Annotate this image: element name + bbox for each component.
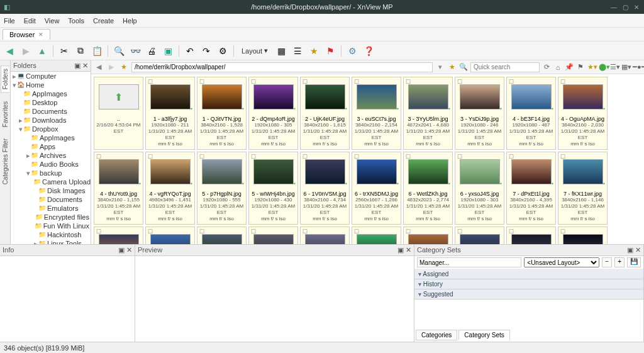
favorite-icon[interactable]: ★ <box>119 63 129 71</box>
thumbnail-item[interactable]: ☐▪4 - OguApMA.jpg3840x2160 - 2,0301/31/2… <box>558 77 608 150</box>
refresh-icon[interactable]: ⟳ <box>542 63 551 71</box>
thumbnail-item[interactable]: ☐▪8 - 3PWMIlY.jpg1920x1080 - 112mm f/ s … <box>145 227 195 244</box>
view-icon[interactable]: ▦▾ <box>621 63 630 71</box>
thumbnail-item[interactable]: ☐▪6 - WetlZKh.jpg4832x2023 - 2,7741/31/2… <box>403 152 453 225</box>
save-button[interactable]: 💾 <box>627 257 641 267</box>
rating-icon[interactable]: ★▾ <box>587 63 596 71</box>
paste-icon[interactable]: 📋 <box>91 45 103 57</box>
side-tab-folders[interactable]: Folders <box>1 65 9 92</box>
star-filter-icon[interactable]: ★ <box>448 63 457 71</box>
home-icon[interactable]: ⌂ <box>553 64 562 71</box>
forward-icon[interactable]: ▶ <box>20 45 31 57</box>
tree-node[interactable]: ▾🏠Home <box>11 81 91 89</box>
thumbnail-item[interactable]: ☐▪6 - 1V0nVSM.jpg3840x2160 - 4,7341/31/2… <box>300 152 350 225</box>
tree-node[interactable]: 📁Documents <box>11 107 91 116</box>
filter-icon[interactable]: ⚑ <box>576 63 585 71</box>
tree-node[interactable]: 📁Emulators <box>11 204 91 213</box>
thumbnail-item[interactable]: ☐▪2 - UjK4eUF.jpg3840x2160 - 1,6151/31/2… <box>300 77 350 150</box>
panel-controls-icon[interactable]: ▣ ✕ <box>397 246 411 254</box>
tree-node[interactable]: 📁AppImages <box>11 89 91 98</box>
thumbnail-grid[interactable]: ⬆..2/16/20 4:53:04 PM EST☐▪1 - a3lfjy7.j… <box>91 74 644 244</box>
side-tab-favorites[interactable]: Favorites <box>1 99 9 130</box>
tree-node[interactable]: 📁Hackintosh <box>11 230 91 239</box>
menu-file[interactable]: File <box>4 17 15 25</box>
thumbnail-item[interactable]: ☐▪9 - qq9B2eZ.jpg1920x1080 - 394mm f/ s … <box>300 227 350 244</box>
tree-node[interactable]: 📁Fun With Linux <box>11 221 91 230</box>
remove-button[interactable]: − <box>602 257 612 267</box>
panel-controls-icon[interactable]: ▣ ✕ <box>74 62 88 70</box>
thumbnail-item[interactable]: ☐▪1 - QJitVTN.jpg3840x2160 - 1,5281/31/2… <box>197 77 247 150</box>
tree-node[interactable]: ▸📁Archives <box>11 151 91 160</box>
thumbnail-item[interactable]: ☐▪10 - MnbOHUV.jpg3840x2160 - 810mm f/ s… <box>352 227 401 244</box>
thumbnail-item[interactable]: ☐▪11 - uce3X46.jpgmm f/ s iso <box>506 227 556 244</box>
tree-node[interactable]: ▾📁Dropbox <box>11 125 91 133</box>
thumbnail-item[interactable]: ☐▪12 - B9BwU02.jpgmm f/ s iso <box>558 227 608 244</box>
thumbnail-item[interactable]: ☐▪4 - vgRYQoT.jpg4980x3496 - 1,4511/31/2… <box>145 152 195 225</box>
path-input[interactable] <box>131 62 433 72</box>
app-menu-icon[interactable]: ◧ <box>4 3 10 11</box>
folder-tree[interactable]: ▸💻Computer▾🏠Home 📁AppImages 📁Desktop 📁Do… <box>11 72 91 244</box>
thumbnail-item[interactable]: ☐▪6 - trXN5DMJ.jpg2560x1667 - 1,2861/31/… <box>352 152 401 225</box>
tree-node[interactable]: 📁Encrypted files <box>11 213 91 221</box>
thumbnail-item[interactable]: ☐▪7 - rBkYhVN.jpg3840x2160 - 726mm f/ s … <box>94 227 143 244</box>
rotate-left-icon[interactable]: ↶ <box>184 45 196 57</box>
menu-view[interactable]: View <box>45 17 60 25</box>
details-icon[interactable]: ☰ <box>292 45 303 57</box>
thumbnails-icon[interactable]: ▦ <box>275 45 287 57</box>
back-icon[interactable]: ◀ <box>4 45 15 57</box>
tree-node[interactable]: ▸💻Computer <box>11 72 91 81</box>
tree-node[interactable]: 📁Desktop <box>11 98 91 107</box>
thumbnail-item[interactable]: ☐▪7 - fKX11wr.jpg3840x2160 - 1,1461/31/2… <box>558 152 608 225</box>
section-history[interactable]: History <box>414 279 643 289</box>
side-tab-categories-filter[interactable]: Categories Filter <box>1 136 9 187</box>
thumbnail-item[interactable]: ☐▪5 - p7HgplN.jpg1920x1080 - 5551/31/20 … <box>197 152 247 225</box>
convert-icon[interactable]: ⚙ <box>217 45 228 57</box>
help-icon[interactable]: ❓ <box>363 45 374 57</box>
menu-help[interactable]: Help <box>123 17 137 25</box>
parent-dir-thumb[interactable]: ⬆..2/16/20 4:53:04 PM EST <box>94 77 143 150</box>
tag-icon[interactable]: ⚑ <box>325 45 336 57</box>
sort-icon[interactable]: ☰▾ <box>610 63 619 71</box>
path-back-icon[interactable]: ◀ <box>94 63 104 71</box>
menu-tools[interactable]: Tools <box>68 17 84 25</box>
print-icon[interactable]: 🖨 <box>146 45 157 57</box>
slider-icon[interactable]: ━●━ <box>633 63 641 71</box>
up-icon[interactable]: ▲ <box>36 45 48 57</box>
layout-select[interactable]: <Unsaved Layout> <box>524 257 599 267</box>
minimize-icon[interactable]: — <box>610 3 618 11</box>
zoom-icon[interactable]: 🔍 <box>113 45 125 57</box>
panel-controls-icon[interactable]: ▣ ✕ <box>118 246 132 254</box>
search-icon[interactable]: 🔍 <box>459 63 468 71</box>
tree-node[interactable]: 📁Audio Books <box>11 160 91 169</box>
rotate-right-icon[interactable]: ↷ <box>201 45 212 57</box>
path-forward-icon[interactable]: ▶ <box>106 63 116 71</box>
binoculars-icon[interactable]: 👓 <box>130 45 141 57</box>
menu-edit[interactable]: Edit <box>24 17 36 25</box>
tab-categories[interactable]: Categories <box>416 330 457 340</box>
thumbnail-item[interactable]: ☐▪5 - wIWHj4bn.jpg1920x1080 - 4301/31/20… <box>248 152 298 225</box>
thumbnail-item[interactable]: ☐▪3 - 3YyU5lm.jpg4872x2041 - 4,6801/31/2… <box>403 77 453 150</box>
manager-input[interactable] <box>417 257 521 267</box>
settings-icon[interactable]: ⚙ <box>347 45 358 57</box>
tree-node[interactable]: ▸📁Downloads <box>11 116 91 125</box>
tree-node[interactable]: ▸📁Linux Tools <box>11 239 91 244</box>
thumbnail-item[interactable]: ☐▪9 - GAjTwoj.jpg1920x1080 - 321mm f/ s … <box>248 227 298 244</box>
tab-browser[interactable]: Browser ✕ <box>3 29 50 40</box>
tree-node[interactable]: 📁Documents <box>11 195 91 204</box>
close-tab-icon[interactable]: ✕ <box>38 31 43 38</box>
tree-node[interactable]: 📁Apps <box>11 142 91 151</box>
copy-icon[interactable]: ⧉ <box>75 45 86 57</box>
star-icon[interactable]: ★ <box>308 45 319 57</box>
thumbnail-item[interactable]: ☐▪10 - ZZOuSo4.jpg1920x1080 - 341mm f/ s… <box>403 227 453 244</box>
cut-icon[interactable]: ✂ <box>58 45 70 57</box>
tree-node[interactable]: 📁Disk Images <box>11 186 91 195</box>
close-icon[interactable]: ✕ <box>633 3 640 11</box>
thumbnail-item[interactable]: ☐▪4 - thUYot9.jpg3840x2160 - 1,1551/31/2… <box>94 152 143 225</box>
panel-controls-icon[interactable]: ▣ ✕ <box>627 246 641 254</box>
fullscreen-icon[interactable]: ▣ <box>162 45 174 57</box>
thumbnail-item[interactable]: ☐▪3 - YsDiJ9p.jpg1920x1080 - 2461/31/20 … <box>455 77 504 150</box>
section-suggested[interactable]: Suggested <box>414 289 643 300</box>
tree-node[interactable]: 📁Camera Uploads <box>11 177 91 186</box>
tab-category-sets[interactable]: Category Sets <box>458 330 509 340</box>
thumbnail-item[interactable]: ☐▪1 - a3lfjy7.jpg1920x1080 - 2111/31/20 … <box>145 77 195 150</box>
